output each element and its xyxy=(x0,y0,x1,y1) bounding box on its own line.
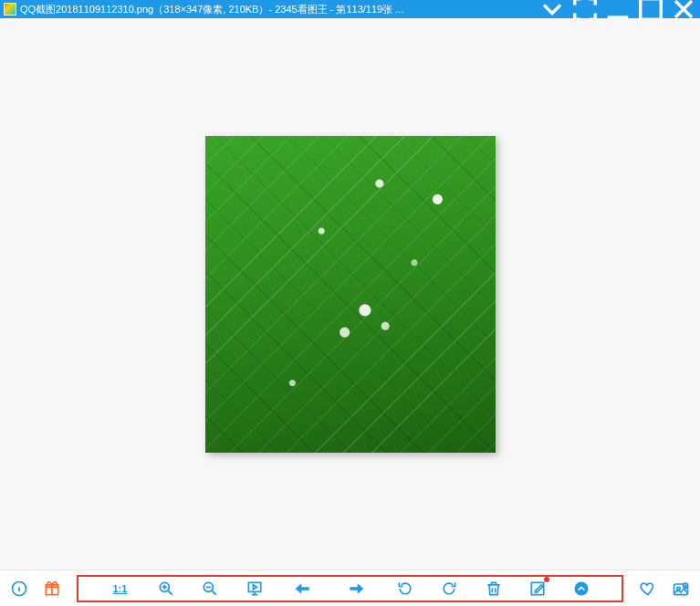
image-viewer-area[interactable] xyxy=(0,18,700,569)
edit-button[interactable] xyxy=(528,579,548,599)
maximize-button[interactable] xyxy=(634,0,667,18)
previous-button[interactable] xyxy=(288,579,318,599)
info-button[interactable] xyxy=(9,579,29,599)
displayed-image xyxy=(205,136,496,453)
slideshow-button[interactable] xyxy=(245,579,265,599)
gift-icon[interactable] xyxy=(42,579,62,599)
svg-point-7 xyxy=(575,581,589,595)
svg-rect-5 xyxy=(248,582,260,591)
zoom-in-button[interactable] xyxy=(156,579,176,599)
fullscreen-button[interactable] xyxy=(569,0,601,18)
actual-size-button[interactable]: 1:1 xyxy=(108,579,131,599)
dropdown-button[interactable] xyxy=(536,0,569,18)
rotate-left-button[interactable] xyxy=(395,579,415,599)
ratio-label: 1:1 xyxy=(112,583,127,594)
zoom-out-button[interactable] xyxy=(200,579,220,599)
minimize-button[interactable] xyxy=(601,0,634,18)
window-title: QQ截图20181109112310.png（318×347像素, 210KB）… xyxy=(20,3,536,16)
rotate-right-button[interactable] xyxy=(439,579,459,599)
next-button[interactable] xyxy=(341,579,371,599)
favorite-button[interactable] xyxy=(638,579,658,599)
window-controls xyxy=(536,0,700,18)
svg-rect-0 xyxy=(641,0,662,19)
delete-button[interactable] xyxy=(484,579,504,599)
titlebar: QQ截图20181109112310.png（318×347像素, 210KB）… xyxy=(0,0,700,18)
close-button[interactable] xyxy=(667,0,700,18)
more-button[interactable] xyxy=(571,579,591,599)
browse-button[interactable] xyxy=(671,579,691,599)
bottom-toolbar: 1:1 xyxy=(0,569,700,606)
app-icon xyxy=(4,3,16,16)
main-toolbar-group: 1:1 xyxy=(77,575,623,602)
